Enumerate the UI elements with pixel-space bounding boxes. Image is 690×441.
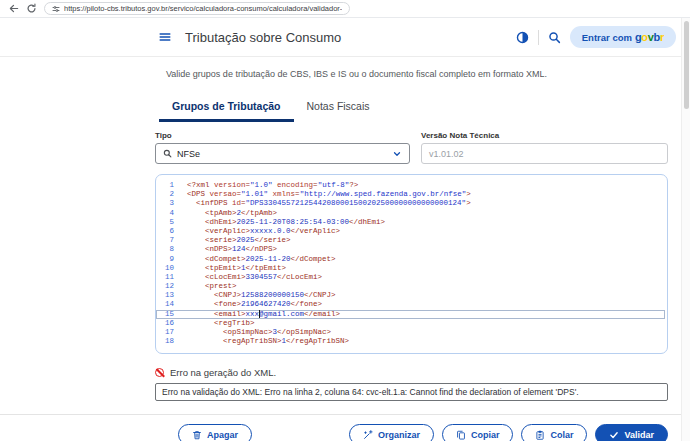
validar-button[interactable]: Validar: [595, 424, 668, 441]
search-icon[interactable]: [548, 31, 561, 44]
line-number: 11: [156, 273, 183, 282]
copiar-button[interactable]: Copiar: [442, 424, 514, 441]
validar-label: Validar: [624, 430, 654, 440]
tab-label: Grupos de Tributação: [172, 100, 281, 112]
error-title-row: Erro na geração do XML.: [155, 367, 668, 378]
reload-icon[interactable]: [26, 3, 37, 14]
login-button-label: Entrar com: [582, 32, 632, 43]
line-number: 14: [156, 300, 183, 309]
page-title: Tributação sobre Consumo: [185, 30, 341, 45]
action-bar: Apagar Organizar Copiar Colar Validar: [0, 415, 690, 441]
chevron-down-icon: [392, 149, 402, 159]
code-text: <dCompet>2025-11-20</dCompet>: [183, 255, 665, 264]
govbr-logo: govbr: [635, 31, 664, 43]
code-text: <CNPJ>12588200000150</CNPJ>: [183, 291, 665, 300]
page-scrollbar[interactable]: [681, 18, 690, 441]
line-number: 7: [156, 236, 183, 245]
code-text: <?xml version="1.0" encoding="utf-8"?>: [183, 181, 665, 190]
tipo-selected-value: NFSe: [177, 149, 387, 159]
line-number: 5: [156, 218, 183, 227]
line-number: 18: [156, 337, 183, 346]
line-number: 3: [156, 199, 183, 208]
filter-form: Tipo NFSe Versão Nota Técnica v1.01.02: [155, 131, 668, 164]
url-bar[interactable]: https://piloto-cbs.tributos.gov.br/servi…: [44, 2, 350, 15]
back-icon[interactable]: [8, 3, 19, 14]
code-line[interactable]: 4 <tpAmb>2</tpAmb>: [156, 209, 665, 218]
code-line[interactable]: 3 <infDPS id="DPS33045572125442080001500…: [156, 199, 665, 208]
code-line[interactable]: 8 <nDPS>124</nDPS>: [156, 245, 665, 254]
main-content: Valide grupos de tributação de CBS, IBS …: [0, 69, 690, 401]
tab-notas-fiscais[interactable]: Notas Fiscais: [294, 94, 383, 122]
code-text: <DPS versao="1.01" xmlns="http://www.spe…: [183, 190, 665, 199]
scrollbar-thumb[interactable]: [684, 21, 689, 109]
line-number: 8: [156, 245, 183, 254]
browser-window: https://piloto-cbs.tributos.gov.br/servi…: [0, 0, 690, 441]
organizar-label: Organizar: [378, 430, 420, 440]
code-lines: 1<?xml version="1.0" encoding="utf-8"?>2…: [156, 181, 665, 346]
browser-toolbar: https://piloto-cbs.tributos.gov.br/servi…: [0, 0, 690, 18]
code-line[interactable]: 18 <regApTribSN>1</regApTribSN>: [156, 337, 665, 346]
xml-editor[interactable]: 1<?xml version="1.0" encoding="utf-8"?>2…: [155, 174, 668, 354]
versao-input: v1.01.02: [421, 143, 668, 164]
header-divider: [538, 30, 539, 45]
line-number: 4: [156, 209, 183, 218]
code-line[interactable]: 5 <dhEmi>2025-11-20T08:25:54-03:00</dhEm…: [156, 218, 665, 227]
code-text: <tpEmit>1</tpEmit>: [183, 264, 665, 273]
line-number: 2: [156, 190, 183, 199]
code-line[interactable]: 2<DPS versao="1.01" xmlns="http://www.sp…: [156, 190, 665, 199]
copy-icon: [456, 430, 466, 440]
versao-value: v1.01.02: [429, 149, 464, 159]
page-subtitle: Valide grupos de tributação de CBS, IBS …: [166, 69, 668, 79]
error-title: Erro na geração do XML.: [170, 367, 276, 378]
code-line[interactable]: 6 <verAplic>xxxxx.0.0</verAplic>: [156, 227, 665, 236]
magic-wand-icon: [363, 430, 373, 440]
line-number: 12: [156, 282, 183, 291]
govbr-logo-letter: r: [660, 31, 664, 43]
code-line[interactable]: 15 <email>xxx@gmail.com</email>: [156, 310, 665, 319]
colar-label: Colar: [550, 430, 573, 440]
code-text: <infDPS id="DPS3304557212544208000150020…: [183, 199, 665, 208]
copiar-label: Copiar: [471, 430, 500, 440]
text-caret: [259, 310, 260, 318]
apagar-button[interactable]: Apagar: [178, 424, 252, 441]
code-text: <fone>21964627420</fone>: [183, 300, 665, 309]
select-search-icon: [163, 149, 172, 158]
contrast-icon[interactable]: [516, 31, 529, 44]
tipo-label: Tipo: [155, 131, 410, 140]
error-message-box: Erro na validação do XML: Erro na linha …: [155, 383, 668, 401]
line-number: 15: [156, 310, 183, 319]
line-number: 1: [156, 181, 183, 190]
code-line[interactable]: 13 <CNPJ>12588200000150</CNPJ>: [156, 291, 665, 300]
line-number: 13: [156, 291, 183, 300]
code-text: <email>xxx@gmail.com</email>: [183, 310, 665, 319]
code-text: <nDPS>124</nDPS>: [183, 245, 665, 254]
code-line[interactable]: 9 <dCompet>2025-11-20</dCompet>: [156, 255, 665, 264]
trash-icon: [192, 430, 202, 440]
code-line[interactable]: 1<?xml version="1.0" encoding="utf-8"?>: [156, 181, 665, 190]
code-line[interactable]: 16 <regTrib>: [156, 319, 665, 328]
code-line[interactable]: 7 <serie>2025</serie>: [156, 236, 665, 245]
code-line[interactable]: 11 <cLocEmi>3304557</cLocEmi>: [156, 273, 665, 282]
code-text: <serie>2025</serie>: [183, 236, 665, 245]
paste-icon: [535, 430, 545, 440]
code-line[interactable]: 14 <fone>21964627420</fone>: [156, 300, 665, 309]
menu-icon[interactable]: [158, 30, 172, 44]
code-line[interactable]: 17 <opSimpNac>3</opSimpNac>: [156, 328, 665, 337]
code-text: <tpAmb>2</tpAmb>: [183, 209, 665, 218]
code-text: <verAplic>xxxxx.0.0</verAplic>: [183, 227, 665, 236]
code-text: <cLocEmi>3304557</cLocEmi>: [183, 273, 665, 282]
organizar-button[interactable]: Organizar: [349, 424, 434, 441]
check-icon: [609, 430, 619, 440]
code-line[interactable]: 10 <tpEmit>1</tpEmit>: [156, 264, 665, 273]
code-text: <opSimpNac>3</opSimpNac>: [183, 328, 665, 337]
code-line[interactable]: 12 <prest>: [156, 282, 665, 291]
tab-grupos-de-tributacao[interactable]: Grupos de Tributação: [159, 94, 294, 122]
login-govbr-button[interactable]: Entrar com govbr: [570, 26, 676, 48]
tab-bar: Grupos de Tributação Notas Fiscais: [159, 94, 668, 122]
tipo-select[interactable]: NFSe: [155, 143, 410, 164]
line-number: 10: [156, 264, 183, 273]
code-text: <regTrib>: [183, 319, 665, 328]
tab-label: Notas Fiscais: [307, 100, 370, 112]
line-number: 9: [156, 255, 183, 264]
colar-button[interactable]: Colar: [521, 424, 587, 441]
